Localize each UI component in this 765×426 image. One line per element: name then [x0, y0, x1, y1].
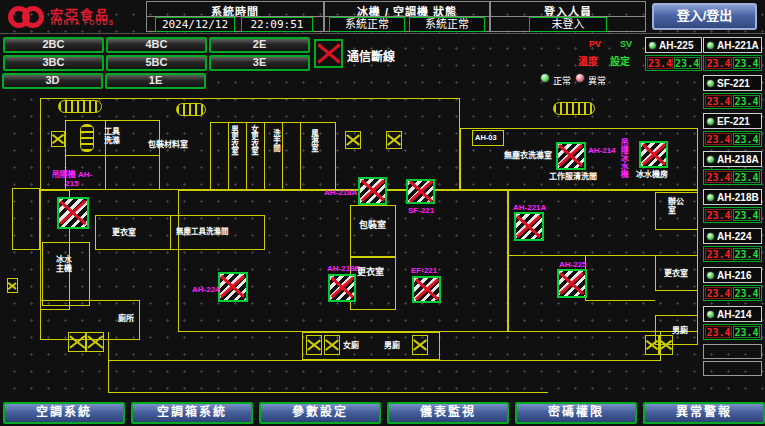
- login-logout-button[interactable]: 登入/登出: [652, 3, 757, 30]
- room-label: 包裝室: [359, 220, 386, 230]
- time-display: 22:09:51: [241, 17, 313, 32]
- stairwell-icon: [412, 335, 428, 355]
- logo-subtitle: HUNYA FOODS: [51, 19, 115, 26]
- ahu-tag: 吊隱機 AH-215: [47, 170, 97, 188]
- ahu-offline-icon-chiller[interactable]: [639, 141, 668, 168]
- unit-ah-221a-values: 23.423.4: [703, 55, 762, 71]
- ahu-tag: SF-221: [408, 206, 434, 215]
- unit-label: AH-218B: [717, 192, 759, 203]
- status-lamp-icon: [706, 310, 715, 319]
- ahu-tag: EF-221: [411, 266, 437, 275]
- wall-segment: [42, 242, 90, 306]
- room-label: 工作服清洗間: [549, 172, 597, 181]
- wall-segment: [108, 392, 548, 393]
- nav-button-alarm[interactable]: 異常警報: [643, 402, 765, 424]
- unit-ef-221-values: 23.423.4: [703, 131, 762, 147]
- floor-button-3bc[interactable]: 3BC: [3, 55, 104, 71]
- unit-ah-216-values: 23.423.4: [703, 285, 762, 301]
- wall-segment: [12, 188, 40, 250]
- pv-value: 23.4: [705, 95, 732, 107]
- elevator-icon: [345, 131, 361, 149]
- nav-button-ahu-system[interactable]: 空調箱系統: [131, 402, 253, 424]
- floor-button-2e[interactable]: 2E: [209, 37, 310, 53]
- ahu-offline-icon-sf-221[interactable]: [406, 179, 435, 204]
- unit-ah-218a-values: 23.423.4: [703, 169, 762, 185]
- empty-slot: [703, 344, 762, 359]
- room-label: 女更衣室: [250, 125, 258, 155]
- unit-ah-221a[interactable]: AH-221A: [703, 37, 762, 53]
- setpoint-label: 設定: [610, 53, 630, 68]
- wall-segment: [508, 255, 656, 256]
- unit-ah-224[interactable]: AH-224: [703, 228, 762, 244]
- wall-segment: [350, 205, 396, 257]
- ahu-offline-icon-ah-218b[interactable]: [328, 274, 356, 302]
- unit-ah-214[interactable]: AH-214: [703, 306, 762, 322]
- wall-segment: [170, 215, 171, 250]
- ahu-offline-icon-ah-215[interactable]: [57, 197, 89, 229]
- room-label: 更衣室: [112, 228, 136, 237]
- login-status: 未登入: [529, 17, 607, 32]
- stairwell-icon: [324, 335, 340, 355]
- floor-button-3e[interactable]: 3E: [209, 55, 310, 71]
- ahu-offline-icon-ah-225[interactable]: [557, 269, 587, 298]
- sv-value: 23.4: [733, 248, 760, 260]
- room-label: 更衣室: [357, 267, 384, 277]
- system-time-section: 系統時間 2024/12/12 22:09:51: [146, 1, 324, 32]
- sv-value: 23.4: [733, 57, 760, 69]
- wall-segment: [585, 300, 655, 301]
- room-label: 男廁: [672, 326, 688, 335]
- unit-ah-218a[interactable]: AH-218A: [703, 151, 762, 167]
- floor-button-5bc[interactable]: 5BC: [106, 55, 207, 71]
- unit-label: SF-221: [717, 78, 750, 89]
- abnormal-label: 異常: [588, 74, 606, 87]
- unit-label: AH-216: [717, 270, 751, 281]
- floor-button-3d[interactable]: 3D: [2, 73, 103, 89]
- normal-lamp-icon: [540, 73, 550, 83]
- date-display: 2024/12/12: [155, 17, 235, 32]
- pv-value: 23.4: [705, 171, 732, 183]
- room-label: 工具洗滌: [104, 127, 124, 145]
- unit-ah-216[interactable]: AH-216: [703, 267, 762, 283]
- room-label: 無塵工具洗滌間: [176, 228, 229, 237]
- ahu-tag: AH-218A: [324, 188, 357, 197]
- floor-button-4bc[interactable]: 4BC: [106, 37, 207, 53]
- ahu-offline-icon-ah-218a[interactable]: [358, 177, 387, 205]
- status-lamp-icon: [706, 79, 715, 88]
- floor-button-2bc[interactable]: 2BC: [3, 37, 104, 53]
- elevator-icon: [386, 131, 402, 149]
- wall-segment: [282, 122, 283, 190]
- sv-value: 23.4: [733, 133, 760, 145]
- status-lamp-icon: [706, 155, 715, 164]
- unit-sf-221[interactable]: SF-221: [703, 75, 762, 91]
- ahu-tag: 吊隱冰水機: [619, 138, 628, 190]
- ahu-offline-icon-ef-221[interactable]: [412, 276, 441, 303]
- nav-button-meter-monitor[interactable]: 儀表監視: [387, 402, 509, 424]
- wall-segment: [108, 360, 660, 361]
- pv-label: PV: [589, 39, 601, 49]
- ahu-tag: AH-224: [192, 285, 220, 294]
- stairs-icon: [176, 103, 206, 116]
- sv-value: 23.4: [674, 57, 700, 69]
- floor-button-1e[interactable]: 1E: [105, 73, 206, 89]
- unit-ah-225[interactable]: AH-225: [645, 37, 702, 53]
- comm-offline-icon: [314, 39, 343, 68]
- room-label: 更衣室: [664, 269, 688, 278]
- room-label: 男更衣室: [230, 125, 238, 155]
- room-label: 風淋室: [310, 129, 318, 152]
- ahu-offline-icon-ah-221a[interactable]: [514, 212, 544, 241]
- room-label: 女廁: [343, 341, 359, 350]
- elevator-icon: [51, 131, 65, 147]
- unit-label: AH-224: [717, 231, 751, 242]
- chiller-status: 系統正常: [329, 17, 405, 32]
- stairs-icon: [553, 102, 595, 115]
- unit-ef-221[interactable]: EF-221: [703, 113, 762, 129]
- unit-ah-218b[interactable]: AH-218B: [703, 189, 762, 205]
- room-label: 包裝材料室: [148, 140, 188, 149]
- ahu-tag: AH-225: [559, 260, 587, 269]
- nav-button-param-setting[interactable]: 參數設定: [259, 402, 381, 424]
- ahu-offline-icon-ah-214[interactable]: [556, 142, 586, 170]
- machine-status-section: 冰機 / 空調機 狀態 系統正常 系統正常: [324, 1, 490, 32]
- nav-button-ac-system[interactable]: 空調系統: [3, 402, 125, 424]
- nav-button-password-auth[interactable]: 密碼權限: [515, 402, 637, 424]
- ahu-offline-icon-ah-224[interactable]: [218, 272, 248, 302]
